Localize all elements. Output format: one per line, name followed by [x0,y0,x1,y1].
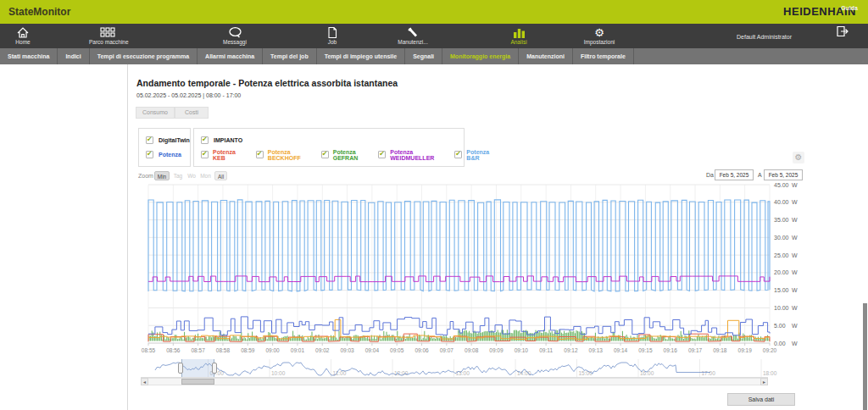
x-tick-label: 09:05 [390,347,404,353]
zoom-mon-button[interactable]: Mon [198,171,213,180]
chart-plot-area[interactable] [148,185,770,343]
checkbox-gefran[interactable] [321,151,329,158]
y-tick-label: 0.00 [774,341,786,346]
x-tick-label: 09:13 [589,347,604,353]
y-tick-label: 20.00 [774,269,789,275]
date-to-label: A [758,172,762,178]
x-tick-label: 09:17 [688,347,703,353]
subtab-tempi-job[interactable]: Tempi del job [263,48,317,64]
subtab-allarmi[interactable]: Allarmi macchina [198,48,263,64]
subtab-monitoraggio-energia[interactable]: Monitoraggio energia [442,48,519,64]
subtab-manutenzioni[interactable]: Manutenzioni [519,48,573,64]
navigator-hour-label: 18:00 [763,370,777,376]
date-from-input[interactable]: Feb 5, 2025 [715,169,754,180]
date-from-label: Da [706,172,714,178]
checkbox-keb[interactable] [201,151,209,158]
subtab-filtro-temporale[interactable]: Filtro temporale [573,48,634,64]
navigator-scrollbar-thumb[interactable] [181,379,214,385]
nav-manutenzione[interactable]: Manutenzi... [394,25,431,47]
y-unit-label: W [792,341,798,346]
statemonitor-app: StateMonitor HEIDENHAIN Home Parco macch… [0,0,868,410]
x-tick-label: 08:56 [166,347,181,353]
x-tick-label: 09:11 [539,347,553,353]
machine-park-icon [89,26,126,39]
zoom-tag-button[interactable]: Tag [171,171,185,180]
x-tick-label: 09:03 [340,347,354,353]
y-unit-label: W [792,287,798,293]
navigator-scrollbar-track[interactable] [141,378,768,385]
y-tick-label: 10.00 [774,305,789,311]
nav-parco-macchine[interactable]: Parco macchine [89,25,126,47]
nav-home[interactable]: Home [4,25,42,47]
zoom-min-button[interactable]: Min [154,171,170,180]
chart-navigator[interactable] [148,359,761,377]
nav-label: Analisi [500,39,537,45]
legend-group-impianto: IMPIANTO Potenza KEB Potenza BECKHOFF Po… [193,128,465,167]
navigator-left-handle[interactable] [178,363,183,374]
y-tick-label: 40.00 [774,199,789,205]
checkbox-digitaltwin[interactable] [146,136,153,144]
zoom-all-button[interactable]: All [214,171,227,180]
x-tick-label: 09:08 [465,347,479,353]
home-icon [4,26,42,39]
x-tick-label: 09:06 [415,347,429,353]
user-name: Default Administrator [737,34,792,40]
x-tick-label: 09:12 [564,347,578,353]
nav-label: Job [314,39,351,45]
x-tick-label: 08:59 [241,347,255,353]
nav-label: Impostazioni [581,39,618,45]
page-scroll-up-icon[interactable]: ▲ [860,58,865,64]
checkbox-potenza[interactable] [146,151,153,158]
analysis-icon [500,26,537,39]
subtab-tempi-esecuzione[interactable]: Tempi di esecuzione programma [90,48,198,64]
legend-item-keb: Potenza KEB [213,149,236,161]
checkbox-impianto[interactable] [201,136,209,144]
y-unit-label: W [792,199,798,205]
nav-analisi[interactable]: Analisi [500,25,537,47]
chart-menu-gear-icon[interactable]: ⚙ [793,152,804,163]
y-tick-label: 15.00 [774,287,789,293]
x-tick-label: 08:57 [191,347,205,353]
subtab-indici[interactable]: Indici [58,48,89,64]
checkbox-weidmueller[interactable] [378,151,386,158]
y-unit-label: W [792,323,798,329]
navigator-selection[interactable] [181,359,214,377]
tab-costi[interactable]: Costi [175,107,209,119]
legend-item-beckhoff: Potenza BECKHOFF [268,149,301,161]
page-scrollbar-thumb[interactable] [863,303,867,410]
nav-impostazioni[interactable]: ⚙ Impostazioni [581,25,618,47]
y-unit-label: W [792,182,798,188]
x-tick-label: 09:09 [489,347,504,353]
x-tick-label: 09:01 [291,347,305,353]
navigator-scroll-right-icon[interactable]: ▸ [760,378,768,385]
tab-consumo[interactable]: Consumo [136,107,175,119]
nav-label: Messaggi [216,39,253,45]
zoom-wo-button[interactable]: Wo [186,171,198,180]
x-tick-label: 09:19 [738,347,753,353]
app-title: StateMonitor [8,6,70,18]
checkbox-br[interactable] [454,151,462,158]
y-tick-label: 30.00 [774,235,789,241]
checkbox-beckhoff[interactable] [256,151,264,158]
x-tick-label: 09:10 [515,347,529,353]
subtab-stati-macchina[interactable]: Stati macchina [0,48,58,64]
navigator-scroll-left-icon[interactable]: ◂ [141,378,148,385]
y-unit-label: W [792,217,798,223]
top-bar: StateMonitor HEIDENHAIN [0,0,868,24]
messages-icon [216,26,253,39]
subtab-segnali[interactable]: Segnali [405,48,442,64]
nav-messaggi[interactable]: Messaggi [216,25,253,47]
legend-item-weidmueller: Potenza WEIDMUELLER [390,149,434,161]
date-to-input[interactable]: Feb 5, 2025 [764,169,803,180]
maintenance-icon [394,26,431,39]
save-data-button[interactable]: Salva dati [727,393,795,406]
navigator-right-handle[interactable] [212,363,217,374]
nav-job[interactable]: Job [314,25,351,47]
subtab-tempi-utensile[interactable]: Tempi di impiego utensile [317,48,405,64]
y-unit-label: W [792,305,798,311]
x-tick-label: 09:07 [440,347,454,353]
zoom-label: Zoom [138,173,153,179]
help-link[interactable]: Guida [841,5,858,11]
main-nav: Home Parco macchine Messaggi Job Manuten… [0,24,868,48]
legend-group-title: DigitalTwin [159,137,190,143]
